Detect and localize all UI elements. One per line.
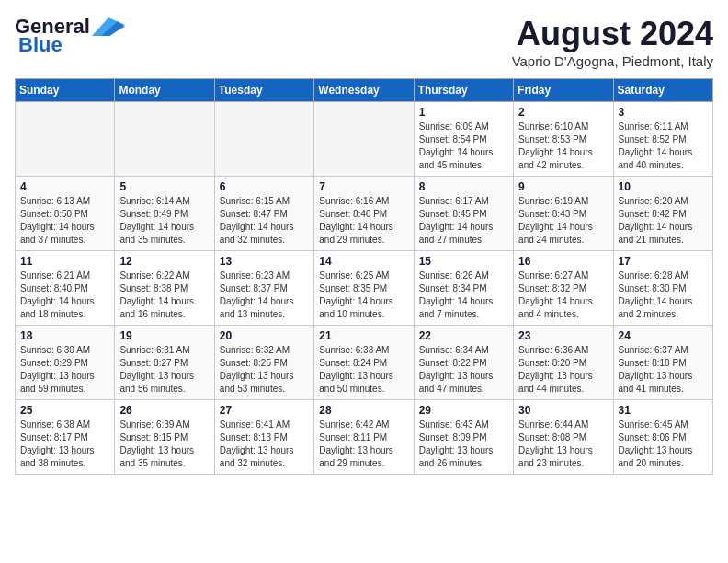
day-cell: 13Sunrise: 6:23 AMSunset: 8:37 PMDayligh… (214, 251, 313, 326)
day-cell: 5Sunrise: 6:14 AMSunset: 8:49 PMDaylight… (115, 177, 214, 251)
day-number: 31 (619, 404, 708, 417)
day-number: 10 (619, 180, 708, 193)
day-cell: 12Sunrise: 6:22 AMSunset: 8:38 PMDayligh… (115, 251, 214, 326)
day-number: 8 (419, 180, 508, 193)
weekday-friday: Friday (514, 79, 613, 102)
day-cell: 23Sunrise: 6:36 AMSunset: 8:20 PMDayligh… (514, 326, 613, 400)
title-area: August 2024 Vaprio D'Agogna, Piedmont, I… (512, 15, 713, 69)
day-info: Sunrise: 6:31 AMSunset: 8:27 PMDaylight:… (119, 344, 209, 396)
day-info: Sunrise: 6:44 AMSunset: 8:08 PMDaylight:… (518, 419, 608, 470)
day-cell: 9Sunrise: 6:19 AMSunset: 8:43 PMDaylight… (514, 177, 613, 251)
day-cell: 11Sunrise: 6:21 AMSunset: 8:40 PMDayligh… (16, 251, 115, 326)
day-info: Sunrise: 6:25 AMSunset: 8:35 PMDaylight:… (319, 270, 408, 321)
header: General Blue August 2024 Vaprio D'Agogna… (15, 15, 713, 69)
location: Vaprio D'Agogna, Piedmont, Italy (512, 53, 713, 69)
day-info: Sunrise: 6:28 AMSunset: 8:30 PMDaylight:… (619, 270, 708, 321)
day-cell: 16Sunrise: 6:27 AMSunset: 8:32 PMDayligh… (514, 251, 613, 326)
day-number: 16 (518, 255, 608, 268)
day-info: Sunrise: 6:38 AMSunset: 8:17 PMDaylight:… (20, 419, 109, 470)
day-cell: 20Sunrise: 6:32 AMSunset: 8:25 PMDayligh… (214, 326, 313, 400)
day-info: Sunrise: 6:45 AMSunset: 8:06 PMDaylight:… (619, 419, 708, 470)
day-info: Sunrise: 6:15 AMSunset: 8:47 PMDaylight:… (220, 195, 309, 247)
weekday-thursday: Thursday (414, 79, 513, 102)
day-cell: 14Sunrise: 6:25 AMSunset: 8:35 PMDayligh… (314, 251, 414, 326)
day-number: 5 (119, 180, 209, 193)
day-cell: 19Sunrise: 6:31 AMSunset: 8:27 PMDayligh… (115, 326, 214, 400)
day-info: Sunrise: 6:17 AMSunset: 8:45 PMDaylight:… (419, 195, 508, 247)
day-cell: 25Sunrise: 6:38 AMSunset: 8:17 PMDayligh… (16, 400, 115, 475)
day-info: Sunrise: 6:26 AMSunset: 8:34 PMDaylight:… (419, 270, 508, 321)
day-info: Sunrise: 6:14 AMSunset: 8:49 PMDaylight:… (119, 195, 209, 247)
day-info: Sunrise: 6:20 AMSunset: 8:42 PMDaylight:… (619, 195, 708, 247)
day-number: 24 (619, 329, 708, 342)
day-number: 12 (119, 255, 209, 268)
day-cell: 18Sunrise: 6:30 AMSunset: 8:29 PMDayligh… (16, 326, 115, 400)
week-row-4: 18Sunrise: 6:30 AMSunset: 8:29 PMDayligh… (16, 326, 713, 400)
day-cell (16, 102, 115, 177)
day-info: Sunrise: 6:11 AMSunset: 8:52 PMDaylight:… (619, 121, 708, 172)
weekday-monday: Monday (115, 79, 214, 102)
day-cell (115, 102, 214, 177)
logo: General Blue (15, 15, 125, 57)
week-row-5: 25Sunrise: 6:38 AMSunset: 8:17 PMDayligh… (16, 400, 713, 475)
day-cell (214, 102, 313, 177)
weekday-sunday: Sunday (16, 79, 115, 102)
day-number: 27 (220, 404, 309, 417)
week-row-1: 1Sunrise: 6:09 AMSunset: 8:54 PMDaylight… (16, 102, 713, 177)
day-cell: 7Sunrise: 6:16 AMSunset: 8:46 PMDaylight… (314, 177, 414, 251)
day-number: 25 (20, 404, 109, 417)
weekday-header-row: SundayMondayTuesdayWednesdayThursdayFrid… (16, 79, 713, 102)
day-number: 14 (319, 255, 408, 268)
day-number: 30 (518, 404, 608, 417)
day-cell: 28Sunrise: 6:42 AMSunset: 8:11 PMDayligh… (314, 400, 414, 475)
day-info: Sunrise: 6:13 AMSunset: 8:50 PMDaylight:… (20, 195, 109, 247)
day-number: 28 (319, 404, 408, 417)
day-cell: 26Sunrise: 6:39 AMSunset: 8:15 PMDayligh… (115, 400, 214, 475)
day-number: 11 (20, 255, 109, 268)
day-cell: 17Sunrise: 6:28 AMSunset: 8:30 PMDayligh… (613, 251, 712, 326)
day-number: 29 (419, 404, 508, 417)
day-cell: 3Sunrise: 6:11 AMSunset: 8:52 PMDaylight… (613, 102, 712, 177)
logo-icon (92, 17, 125, 36)
day-info: Sunrise: 6:10 AMSunset: 8:53 PMDaylight:… (518, 121, 608, 172)
day-cell: 1Sunrise: 6:09 AMSunset: 8:54 PMDaylight… (414, 102, 513, 177)
day-info: Sunrise: 6:19 AMSunset: 8:43 PMDaylight:… (518, 195, 608, 247)
day-info: Sunrise: 6:43 AMSunset: 8:09 PMDaylight:… (419, 419, 508, 470)
day-cell: 29Sunrise: 6:43 AMSunset: 8:09 PMDayligh… (414, 400, 513, 475)
day-number: 9 (518, 180, 608, 193)
day-info: Sunrise: 6:16 AMSunset: 8:46 PMDaylight:… (319, 195, 408, 247)
week-row-3: 11Sunrise: 6:21 AMSunset: 8:40 PMDayligh… (16, 251, 713, 326)
calendar-body: 1Sunrise: 6:09 AMSunset: 8:54 PMDaylight… (16, 102, 713, 475)
day-info: Sunrise: 6:36 AMSunset: 8:20 PMDaylight:… (518, 344, 608, 396)
day-cell: 4Sunrise: 6:13 AMSunset: 8:50 PMDaylight… (16, 177, 115, 251)
day-info: Sunrise: 6:21 AMSunset: 8:40 PMDaylight:… (20, 270, 109, 321)
logo-blue: Blue (18, 33, 63, 57)
day-cell: 8Sunrise: 6:17 AMSunset: 8:45 PMDaylight… (414, 177, 513, 251)
day-info: Sunrise: 6:32 AMSunset: 8:25 PMDaylight:… (220, 344, 309, 396)
day-cell: 22Sunrise: 6:34 AMSunset: 8:22 PMDayligh… (414, 326, 513, 400)
day-number: 23 (518, 329, 608, 342)
day-number: 3 (619, 106, 708, 119)
day-info: Sunrise: 6:27 AMSunset: 8:32 PMDaylight:… (518, 270, 608, 321)
day-number: 20 (220, 329, 309, 342)
calendar: SundayMondayTuesdayWednesdayThursdayFrid… (15, 78, 713, 475)
day-info: Sunrise: 6:09 AMSunset: 8:54 PMDaylight:… (419, 121, 508, 172)
day-cell: 21Sunrise: 6:33 AMSunset: 8:24 PMDayligh… (314, 326, 414, 400)
month-title: August 2024 (512, 15, 713, 53)
day-number: 7 (319, 180, 408, 193)
day-cell: 6Sunrise: 6:15 AMSunset: 8:47 PMDaylight… (214, 177, 313, 251)
day-info: Sunrise: 6:23 AMSunset: 8:37 PMDaylight:… (220, 270, 309, 321)
day-number: 1 (419, 106, 508, 119)
day-info: Sunrise: 6:34 AMSunset: 8:22 PMDaylight:… (419, 344, 508, 396)
day-number: 22 (419, 329, 508, 342)
day-cell: 31Sunrise: 6:45 AMSunset: 8:06 PMDayligh… (613, 400, 712, 475)
day-info: Sunrise: 6:30 AMSunset: 8:29 PMDaylight:… (20, 344, 109, 396)
day-number: 2 (518, 106, 608, 119)
day-cell (314, 102, 414, 177)
day-info: Sunrise: 6:42 AMSunset: 8:11 PMDaylight:… (319, 419, 408, 470)
weekday-tuesday: Tuesday (214, 79, 313, 102)
day-number: 18 (20, 329, 109, 342)
day-cell: 2Sunrise: 6:10 AMSunset: 8:53 PMDaylight… (514, 102, 613, 177)
day-number: 4 (20, 180, 109, 193)
day-number: 19 (119, 329, 209, 342)
